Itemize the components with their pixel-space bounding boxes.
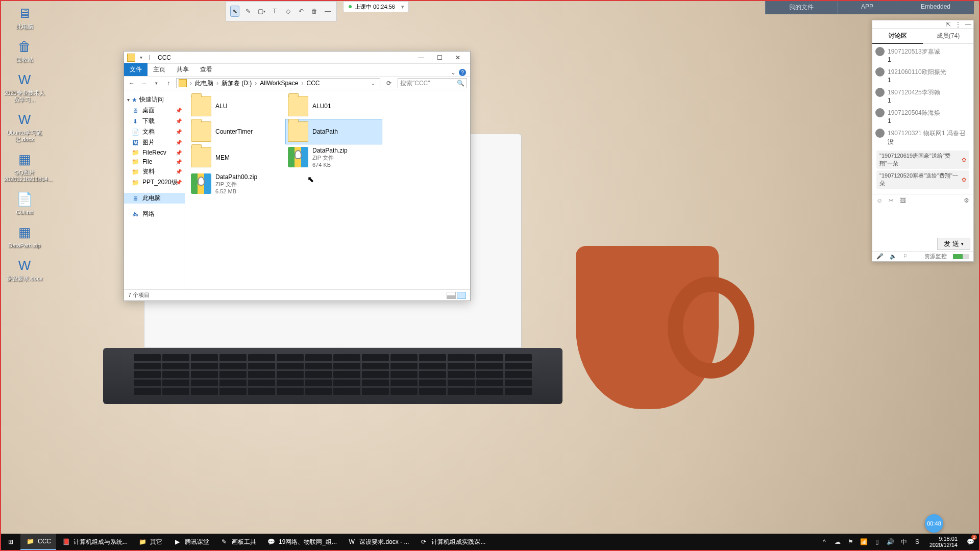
folder-item[interactable]: ALU01 [285, 93, 382, 119]
chat-tab[interactable]: 讨论区 [872, 29, 923, 44]
view-details-icon[interactable] [447, 292, 456, 299]
tray-icon[interactable]: ⚑ [847, 538, 855, 546]
folder-item[interactable]: CounterTimer [188, 119, 285, 144]
nav-history-icon[interactable]: ▾ [152, 79, 161, 88]
topnav-item[interactable]: APP [837, 1, 897, 14]
flag-icon[interactable]: ⚐ [903, 253, 908, 260]
nav-item[interactable]: 📁FileRecv📌 [124, 148, 185, 157]
breadcrumb-segment[interactable]: CCC [304, 80, 322, 87]
file-item[interactable]: DataPath.zipZIP 文件674 KB [285, 144, 382, 171]
tray-icon[interactable]: ▯ [873, 538, 881, 546]
resource-monitor-label[interactable]: 资源监控 [924, 253, 947, 260]
toolbar-minimize-icon[interactable]: — [323, 6, 332, 17]
undo-icon[interactable]: ↶ [297, 6, 306, 17]
topnav-item[interactable]: Embedded [897, 1, 974, 14]
chat-minimize-icon[interactable]: — [965, 21, 971, 28]
nav-network[interactable]: 🖧网络 [124, 209, 185, 219]
folder-item[interactable]: ALU [188, 93, 285, 119]
ribbon-caret-icon[interactable]: ⌄ [451, 69, 456, 76]
pointer-tool-icon[interactable]: ⬉ [230, 6, 239, 17]
floating-timer[interactable]: 00:48 [925, 514, 943, 533]
desktop-icon[interactable]: 🖥此电脑 [3, 3, 46, 30]
ribbon-tab[interactable]: 主页 [148, 63, 171, 76]
explorer-titlebar[interactable]: ▾ | CCC — ☐ ✕ [124, 52, 470, 64]
desktop-icon[interactable]: WUbuntu学习笔记.docx [3, 109, 46, 143]
desktop-icon[interactable]: ▦QQ图片20201218211814... [3, 149, 46, 183]
nav-forward-icon[interactable]: → [139, 79, 149, 88]
tray-icon[interactable]: 中 [900, 538, 908, 546]
nav-item[interactable]: 📁PPT_2020级📌 [124, 177, 185, 188]
view-icons-icon[interactable] [457, 292, 466, 299]
pen-tool-icon[interactable]: ✎ [243, 6, 253, 17]
breadcrumb-segment[interactable]: 新加卷 (D:) [219, 80, 254, 87]
address-dropdown-icon[interactable]: ⌄ [369, 80, 378, 87]
desktop-icon[interactable]: 🗑回收站 [3, 36, 46, 63]
nav-back-icon[interactable]: ← [127, 79, 136, 88]
folder-item[interactable]: DataPath [285, 119, 382, 144]
tray-icon[interactable]: 📶 [860, 538, 868, 546]
taskbar-app[interactable]: ⟳计算机组成实践课... [414, 534, 491, 550]
taskbar-app[interactable]: 📁其它 [133, 534, 167, 550]
desktop-icon[interactable]: W2020专业技术人员学习... [3, 69, 46, 103]
taskbar-app[interactable]: ✎画板工具 [214, 534, 261, 550]
gear-icon[interactable]: ⚙ [964, 197, 969, 204]
ribbon-tab[interactable]: 共享 [171, 63, 194, 76]
mic-icon[interactable]: 🎤 [876, 253, 884, 260]
eraser-tool-icon[interactable]: ◇ [283, 6, 292, 17]
scissors-icon[interactable]: ✂ [889, 197, 894, 204]
tray-icon[interactable]: ☁ [834, 538, 842, 546]
address-bar[interactable]: › 此电脑›新加卷 (D:)›AllWorkSpace›CCC ⌄ [176, 78, 380, 88]
desktop-icon[interactable]: ▦DataPath.zip [3, 222, 46, 249]
close-button[interactable]: ✕ [449, 52, 467, 63]
emoji-icon[interactable]: ☺ [876, 197, 883, 204]
taskbar-app[interactable]: W课设要求.docx - ... [342, 534, 414, 550]
chat-tab[interactable]: 成员(74) [923, 29, 973, 44]
desktop-icon[interactable]: W课设要求.docx [3, 255, 46, 282]
class-status-chip[interactable]: 上课中 00:24:56 [343, 1, 409, 12]
nav-item[interactable]: 📄文档📌 [124, 127, 185, 137]
tray-icon[interactable]: ^ [820, 538, 828, 546]
maximize-button[interactable]: ☐ [430, 52, 449, 63]
help-icon[interactable]: ? [459, 69, 466, 76]
desktop-icon[interactable]: 📄CUi.txt [3, 189, 46, 216]
tray-icon[interactable]: 🔊 [887, 538, 895, 546]
nav-item[interactable]: 🖥桌面📌 [124, 105, 185, 116]
shape-tool-icon[interactable]: ▢▾ [257, 6, 266, 17]
nav-quick-access[interactable]: ▾★快速访问 [124, 93, 185, 105]
image-icon[interactable]: 🖼 [900, 197, 906, 204]
nav-item[interactable]: 🖼图片📌 [124, 137, 185, 148]
topnav-item[interactable]: 我的文件 [765, 1, 837, 14]
refresh-icon[interactable]: ⟳ [383, 80, 395, 87]
ribbon-tab[interactable]: 文件 [124, 63, 148, 76]
search-box[interactable]: 搜索"CCC" 🔍 [398, 78, 467, 88]
nav-up-icon[interactable]: ↑ [164, 79, 173, 88]
tray-icon[interactable]: S [913, 538, 921, 546]
explorer-content[interactable]: ALUALU01CounterTimerDataPathMEMDataPath.… [185, 90, 470, 289]
taskbar-app[interactable]: 💬19网络、物联网_组... [261, 534, 342, 550]
qa-dropdown-icon[interactable]: ▾ [137, 54, 144, 61]
taskbar-clock[interactable]: 9:18:01 2020/12/14 [925, 534, 962, 550]
chat-input[interactable] [872, 206, 973, 237]
start-button[interactable]: ⊞ [1, 534, 20, 550]
nav-item[interactable]: 📁File📌 [124, 157, 185, 166]
delete-icon[interactable]: 🗑 [310, 6, 319, 17]
folder-item[interactable]: MEM [188, 144, 285, 171]
nav-item[interactable]: ⬇下载📌 [124, 116, 185, 127]
nav-this-pc[interactable]: 🖥此电脑 [124, 193, 185, 204]
taskbar-app[interactable]: 📕计算机组成与系统... [56, 534, 133, 550]
file-item[interactable]: DataPath00.zipZIP 文件6.52 MB [188, 171, 285, 197]
send-button[interactable]: 发 送▾ [937, 238, 970, 250]
taskbar-app[interactable]: ▶腾讯课堂 [167, 534, 214, 550]
taskbar-app[interactable]: 📁CCC [20, 534, 56, 550]
breadcrumb-segment[interactable]: AllWorkSpace [258, 80, 300, 87]
breadcrumb-segment[interactable]: 此电脑 [193, 80, 215, 87]
ribbon-tab[interactable]: 查看 [194, 63, 218, 76]
speaker-icon[interactable]: 🔈 [890, 253, 897, 260]
text-tool-icon[interactable]: T [270, 6, 279, 17]
notification-center-icon[interactable]: 💬2 [962, 534, 979, 550]
search-icon[interactable]: 🔍 [457, 80, 464, 87]
minimize-button[interactable]: — [412, 52, 430, 63]
chat-menu-icon[interactable]: ⋮ [955, 21, 961, 28]
nav-item[interactable]: 📁资料📌 [124, 166, 185, 177]
chat-pin-icon[interactable]: ⇱ [946, 21, 951, 28]
